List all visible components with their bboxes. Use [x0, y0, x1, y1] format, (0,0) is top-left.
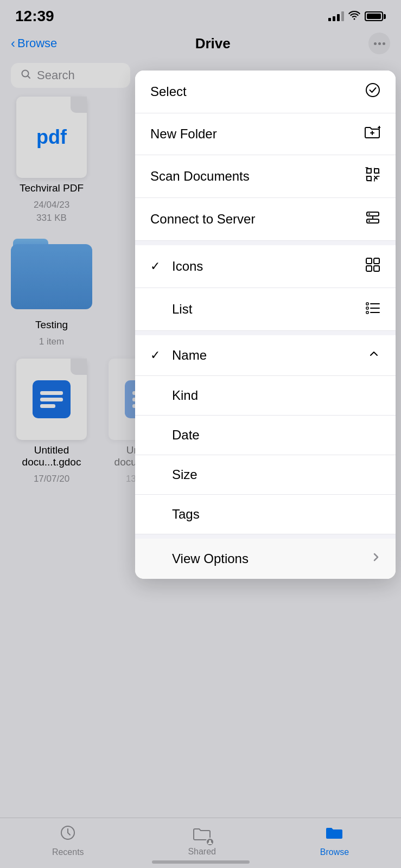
svg-rect-11 — [366, 266, 372, 271]
menu-item-sort-date[interactable]: ✓ Date — [135, 416, 396, 455]
svg-rect-15 — [366, 311, 368, 314]
checkmark-icon: ✓ — [150, 348, 166, 362]
menu-separator-2 — [135, 331, 396, 335]
menu-item-list[interactable]: ✓ List — [135, 288, 396, 331]
menu-separator — [135, 241, 396, 245]
svg-rect-9 — [366, 258, 372, 264]
menu-item-select[interactable]: Select — [135, 71, 396, 113]
menu-item-sort-name[interactable]: ✓ Name — [135, 335, 396, 376]
folder-plus-icon — [364, 125, 380, 143]
svg-rect-14 — [366, 307, 368, 309]
menu-item-sort-size[interactable]: ✓ Size — [135, 455, 396, 495]
menu-item-sort-kind[interactable]: ✓ Kind — [135, 376, 396, 416]
svg-point-7 — [368, 213, 370, 215]
chevron-up-icon — [367, 347, 380, 363]
menu-separator-3 — [135, 534, 396, 539]
scan-icon — [365, 167, 380, 186]
menu-item-icons[interactable]: ✓ Icons — [135, 245, 396, 288]
checkmark-icon: ✓ — [150, 259, 166, 273]
svg-point-8 — [368, 220, 370, 222]
svg-rect-12 — [374, 266, 379, 271]
svg-rect-4 — [367, 176, 371, 181]
menu-item-scan-documents[interactable]: Scan Documents — [135, 155, 396, 198]
context-menu: Select New Folder Scan Documents — [135, 71, 396, 579]
svg-rect-2 — [367, 169, 371, 173]
chevron-right-icon — [372, 551, 380, 567]
menu-item-connect-server[interactable]: Connect to Server — [135, 198, 396, 241]
svg-point-1 — [366, 84, 379, 97]
server-icon — [365, 210, 380, 228]
menu-item-view-options[interactable]: ✓ View Options — [135, 539, 396, 579]
menu-item-new-folder[interactable]: New Folder — [135, 113, 396, 155]
list-icon — [365, 300, 380, 318]
svg-rect-3 — [374, 169, 379, 173]
menu-item-sort-tags[interactable]: ✓ Tags — [135, 495, 396, 534]
svg-rect-13 — [366, 303, 368, 305]
checkmark-circle-icon — [365, 82, 380, 101]
svg-rect-10 — [374, 258, 379, 264]
grid-icon — [365, 257, 380, 276]
